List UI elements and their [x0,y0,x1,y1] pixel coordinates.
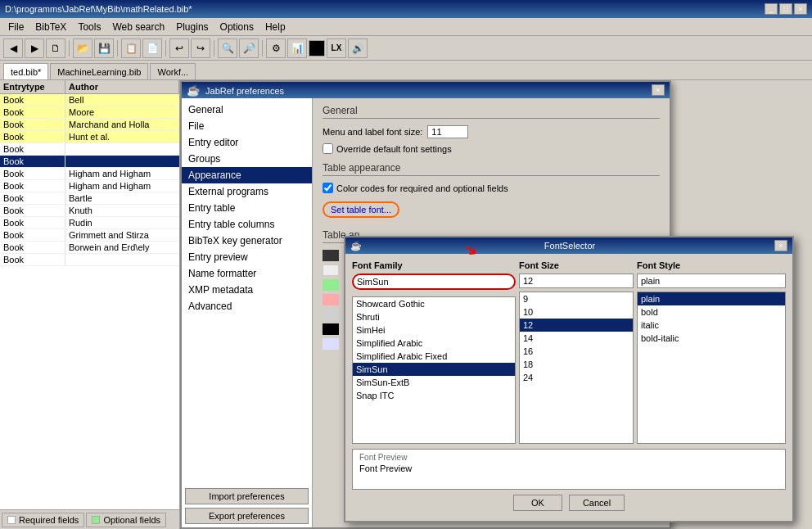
table-row[interactable]: Book Bartle [0,192,179,205]
menu-tools[interactable]: Tools [73,20,106,34]
font-cancel-button[interactable]: Cancel [569,495,625,511]
required-fields-tab[interactable]: Required fields [2,513,84,527]
menu-plugins[interactable]: Plugins [171,20,213,34]
font-dialog-body: Font Family Showcard Gothic Shruti SimHe… [345,254,792,521]
prefs-close-button[interactable]: × [652,84,665,96]
menu-options[interactable]: Options [215,20,259,34]
toolbar-copy[interactable]: 📄 [142,38,162,58]
close-button[interactable]: × [794,3,807,15]
override-font-checkbox[interactable] [323,143,333,154]
font-family-item-simsunextb[interactable]: SimSun-ExtB [353,376,515,389]
toolbar-black[interactable] [309,40,325,57]
font-ok-button[interactable]: OK [513,495,562,511]
font-size-9[interactable]: 9 [520,292,633,305]
prefs-nav-entry-editor[interactable]: Entry editor [182,134,312,151]
prefs-nav-general[interactable]: General [182,102,312,118]
toolbar-settings[interactable]: ⚙ [266,38,286,58]
prefs-nav-xmp[interactable]: XMP metadata [182,282,312,298]
table-row[interactable]: Book Moore [0,106,179,119]
prefs-nav-file[interactable]: File [182,118,312,134]
toolbar-lx[interactable]: LX [327,38,346,58]
table-row[interactable]: Book Grimmett and Stirza [0,229,179,242]
toolbar-redo[interactable]: ↪ [191,38,210,58]
table-row[interactable]: Book Rudin [0,217,179,229]
font-size-24[interactable]: 24 [520,371,633,384]
font-family-label: Font Family [352,260,516,270]
toolbar-save[interactable]: 💾 [94,38,114,58]
table-row[interactable]: Book Borwein and Erd\ely [0,242,179,254]
prefs-nav-bibtex-key[interactable]: BibTeX key generator [182,233,312,249]
tab-workf[interactable]: Workf... [150,63,196,79]
font-family-item-simpara[interactable]: Simplified Arabic [353,337,515,350]
table-row[interactable]: Book Marchand and Holla [0,119,179,131]
set-table-font-button[interactable]: Set table font... [323,201,399,218]
prefs-nav-appearance[interactable]: Appearance [182,167,312,183]
table-row-selected[interactable]: Book [0,156,179,168]
toolbar-chart[interactable]: 📊 [287,38,307,58]
title-bar-buttons: _ □ × [765,3,807,15]
font-style-list[interactable]: plain bold italic bold-italic [637,292,786,444]
toolbar-open[interactable]: 📂 [73,38,92,58]
color-codes-checkbox[interactable] [323,183,333,193]
font-style-bold[interactable]: bold [638,305,785,319]
toolbar-undo[interactable]: ↩ [169,38,189,58]
title-bar: D:\programms\JabRef\MyBib\mathRelated.bi… [0,0,812,18]
menu-file[interactable]: File [3,20,29,34]
toolbar-paste[interactable]: 📋 [121,38,141,58]
prefs-nav-name-formatter[interactable]: Name formatter [182,265,312,282]
toolbar-new[interactable]: 🗋 [46,38,65,58]
font-size-list[interactable]: 9 10 12 14 16 18 24 [519,292,634,444]
font-family-item-showcard[interactable]: Showcard Gothic [353,297,515,310]
table-row[interactable]: Book Higham and Higham [0,168,179,180]
toolbar-back[interactable]: ◀ [3,38,23,58]
font-size-14[interactable]: 14 [520,332,633,345]
maximize-button[interactable]: □ [779,3,792,15]
separator-5 [262,40,263,57]
font-family-item-simhei[interactable]: SimHei [353,323,515,337]
prefs-nav-advanced[interactable]: Advanced [182,298,312,314]
table-row[interactable]: Book [0,254,179,266]
prefs-nav-groups[interactable]: Groups [182,151,312,167]
prefs-nav-entry-table[interactable]: Entry table [182,200,312,216]
font-family-item-snapitc[interactable]: Snap ITC [353,389,515,402]
import-prefs-button[interactable]: Import preferences [185,488,309,504]
prefs-nav-external[interactable]: External programs [182,183,312,200]
table-row[interactable]: Book Hunt et al. [0,131,179,143]
font-family-item-shruti[interactable]: Shruti [353,310,515,323]
table-row[interactable]: Book [0,143,179,156]
minimize-button[interactable]: _ [765,3,778,15]
table-body[interactable]: Book Bell Book Moore Book Marchand and H… [0,94,179,509]
table-row[interactable]: Book Knuth [0,205,179,217]
menu-websearch[interactable]: Web search [107,20,169,34]
export-prefs-button[interactable]: Export preferences [185,508,309,524]
font-size-10[interactable]: 10 [520,305,633,319]
font-family-item-simparafixed[interactable]: Simplified Arabic Fixed [353,350,515,363]
font-style-italic[interactable]: italic [638,319,785,332]
font-family-input[interactable] [352,274,516,290]
menu-bibtex[interactable]: BibTeX [30,20,71,34]
toolbar-search2[interactable]: 🔎 [239,38,259,58]
font-family-item-simsun[interactable]: SimSun [353,363,515,376]
font-family-list[interactable]: Showcard Gothic Shruti SimHei Simplified… [352,296,516,444]
font-selector-dialog: ☕ FontSelector × Font Family Showcard Go… [344,236,794,522]
font-size-12[interactable]: 12 [520,319,633,332]
font-size-18[interactable]: 18 [520,358,633,371]
prefs-nav-entry-table-cols[interactable]: Entry table columns [182,216,312,233]
optional-fields-tab[interactable]: Optional fields [86,513,166,527]
font-size-input[interactable] [519,274,634,288]
menu-help[interactable]: Help [260,20,291,34]
font-dialog-close[interactable]: × [774,240,787,251]
menu-font-input[interactable] [427,125,468,138]
toolbar-forward[interactable]: ▶ [25,38,44,58]
toolbar-audio[interactable]: 🔊 [348,38,368,58]
prefs-nav-entry-preview[interactable]: Entry preview [182,249,312,265]
table-row[interactable]: Book Bell [0,94,179,106]
table-row[interactable]: Book Higham and Higham [0,180,179,192]
toolbar-search[interactable]: 🔍 [218,38,237,58]
font-style-input[interactable] [637,274,786,288]
font-size-16[interactable]: 16 [520,345,633,358]
font-style-plain[interactable]: plain [638,292,785,305]
tab-ted[interactable]: ted.bib* [3,63,48,79]
tab-machinelearning[interactable]: MachineLearning.bib [50,63,148,79]
font-style-bolditalic[interactable]: bold-italic [638,332,785,345]
